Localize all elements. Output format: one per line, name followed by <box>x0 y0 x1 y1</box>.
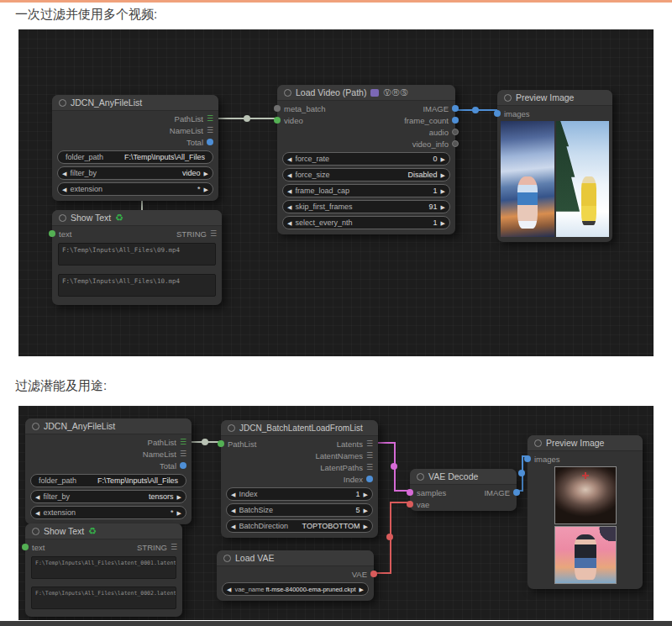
showtext-line[interactable]: F:\Temp\Inputs\All_Files\latent_0002.lat… <box>31 587 176 609</box>
widget-extension[interactable]: extension * <box>30 506 186 519</box>
input-port[interactable] <box>524 455 531 462</box>
node-show-text[interactable]: Show Text text STRING F:\Temp\Inputs\All… <box>52 210 222 305</box>
widget-skip-first-frames[interactable]: skip_first_frames 91 <box>282 200 450 213</box>
reroute-dot[interactable] <box>472 107 479 113</box>
collapse-dot-icon[interactable] <box>504 94 512 102</box>
arrow-left-icon[interactable] <box>62 171 66 176</box>
arrow-left-icon[interactable] <box>231 523 235 529</box>
arrow-left-icon[interactable] <box>287 220 291 226</box>
arrow-left-icon[interactable] <box>35 494 39 500</box>
output-port[interactable] <box>180 462 186 469</box>
widget-folder-path[interactable]: folder_path F:\Temp\Inputs\All_Files <box>57 150 213 164</box>
collapse-dot-icon[interactable] <box>284 89 291 97</box>
list-output-icon[interactable] <box>180 450 186 458</box>
arrow-right-icon[interactable] <box>364 508 368 513</box>
list-output-icon[interactable] <box>207 115 213 123</box>
arrow-left-icon[interactable] <box>287 172 291 178</box>
collapse-dot-icon[interactable] <box>534 439 542 447</box>
node-title[interactable]: JDCN_BatchLatentLoadFromList <box>221 420 378 436</box>
collapse-dot-icon[interactable] <box>59 99 66 107</box>
reroute-dot[interactable] <box>202 439 208 445</box>
arrow-left-icon[interactable] <box>227 587 231 592</box>
node-title[interactable]: Show Text <box>25 523 182 539</box>
arrow-right-icon[interactable] <box>177 510 181 516</box>
widget-index[interactable]: Index 1 <box>226 487 373 501</box>
widget-frame-load-cap[interactable]: frame_load_cap 1 <box>282 184 450 197</box>
reroute-dot[interactable] <box>244 115 250 122</box>
node-jdcn-anyfilelist[interactable]: JDCN_AnyFileList PathList NameList Total… <box>25 418 192 524</box>
input-port[interactable] <box>407 501 413 508</box>
output-port[interactable] <box>366 476 373 482</box>
arrow-right-icon[interactable] <box>204 171 208 176</box>
output-port[interactable] <box>207 139 213 145</box>
input-port[interactable] <box>274 117 281 124</box>
arrow-right-icon[interactable] <box>177 494 181 500</box>
list-output-icon[interactable] <box>171 544 177 551</box>
arrow-right-icon[interactable] <box>441 172 445 178</box>
showtext-line[interactable]: F:\Temp\Inputs\All_Files\09.mp4 <box>58 243 216 266</box>
input-port[interactable] <box>49 230 55 237</box>
arrow-left-icon[interactable] <box>287 156 291 162</box>
list-output-icon[interactable] <box>366 452 373 460</box>
widget-force-size[interactable]: force_size Disabled <box>282 168 450 181</box>
arrow-right-icon[interactable] <box>364 523 368 529</box>
node-load-vae[interactable]: Load VAE VAE vae_name ft-mse-840000-ema-… <box>217 550 374 601</box>
widget-folder-path[interactable]: folder_path F:\Temp\Inputs\All_Files <box>30 474 186 487</box>
collapse-dot-icon[interactable] <box>32 528 39 535</box>
reroute-dot[interactable] <box>518 470 525 476</box>
output-port[interactable] <box>452 105 459 112</box>
node-preview-image[interactable]: Preview Image images <box>497 90 612 242</box>
output-port[interactable] <box>452 129 459 135</box>
output-port[interactable] <box>513 489 520 496</box>
widget-batchdirection[interactable]: BatchDirection TOPTOBOTTOM <box>226 519 373 533</box>
widget-batchsize[interactable]: BatchSize 5 <box>226 503 373 517</box>
list-output-icon[interactable] <box>180 439 186 446</box>
showtext-line[interactable]: F:\Temp\Inputs\All_Files\10.mp4 <box>58 274 216 297</box>
widget-force-rate[interactable]: force_rate 0 <box>282 152 450 166</box>
node-vae-decode[interactable]: VAE Decode samples IMAGE vae <box>410 469 517 511</box>
output-port[interactable] <box>452 117 459 124</box>
node-title[interactable]: Load VAE <box>217 550 374 566</box>
node-preview-image[interactable]: Preview Image images <box>528 435 643 589</box>
node-title[interactable]: Preview Image <box>497 90 612 106</box>
node-title[interactable]: JDCN_AnyFileList <box>52 95 218 111</box>
arrow-left-icon[interactable] <box>287 188 291 194</box>
reroute-dot[interactable] <box>386 534 393 540</box>
arrow-left-icon[interactable] <box>62 187 66 192</box>
reroute-dot[interactable] <box>391 463 397 470</box>
node-jdcn-anyfilelist[interactable]: JDCN_AnyFileList PathList NameList Total… <box>52 95 218 201</box>
graph-canvas-1[interactable]: JDCN_AnyFileList PathList NameList Total… <box>18 29 654 356</box>
arrow-left-icon[interactable] <box>287 204 291 210</box>
node-title[interactable]: Preview Image <box>528 435 643 451</box>
output-port[interactable] <box>370 571 377 577</box>
arrow-left-icon[interactable] <box>231 508 235 513</box>
arrow-right-icon[interactable] <box>204 187 208 192</box>
list-output-icon[interactable] <box>207 127 213 134</box>
list-output-icon[interactable] <box>366 464 373 471</box>
collapse-dot-icon[interactable] <box>32 423 39 430</box>
collapse-dot-icon[interactable] <box>59 214 66 222</box>
widget-filter-by[interactable]: filter_by video <box>57 166 213 180</box>
input-port[interactable] <box>407 489 413 496</box>
widget-select-every-nth[interactable]: select_every_nth 1 <box>282 216 450 229</box>
list-output-icon[interactable] <box>210 230 217 238</box>
input-port[interactable] <box>274 105 281 112</box>
list-output-icon[interactable] <box>366 440 373 448</box>
collapse-dot-icon[interactable] <box>223 555 231 562</box>
node-title[interactable]: VAE Decode <box>410 469 517 485</box>
node-show-text[interactable]: Show Text text STRING F:\Temp\Inputs\All… <box>25 523 182 617</box>
collapse-dot-icon[interactable] <box>417 473 424 481</box>
node-title[interactable]: Load Video (Path) ⓋⒽⓈ <box>277 85 455 101</box>
arrow-left-icon[interactable] <box>35 510 39 516</box>
arrow-right-icon[interactable] <box>441 220 445 226</box>
arrow-right-icon[interactable] <box>441 204 445 210</box>
node-load-video-path[interactable]: Load Video (Path) ⓋⒽⓈ meta_batch IMAGE v… <box>277 85 455 234</box>
widget-extension[interactable]: extension * <box>57 182 213 196</box>
node-title[interactable]: Show Text <box>52 210 222 226</box>
node-title[interactable]: JDCN_AnyFileList <box>25 418 192 434</box>
input-port[interactable] <box>494 110 501 117</box>
collapse-dot-icon[interactable] <box>228 424 235 432</box>
widget-filter-by[interactable]: filter_by tensors <box>30 490 186 503</box>
arrow-right-icon[interactable] <box>360 587 364 592</box>
arrow-right-icon[interactable] <box>441 188 445 194</box>
